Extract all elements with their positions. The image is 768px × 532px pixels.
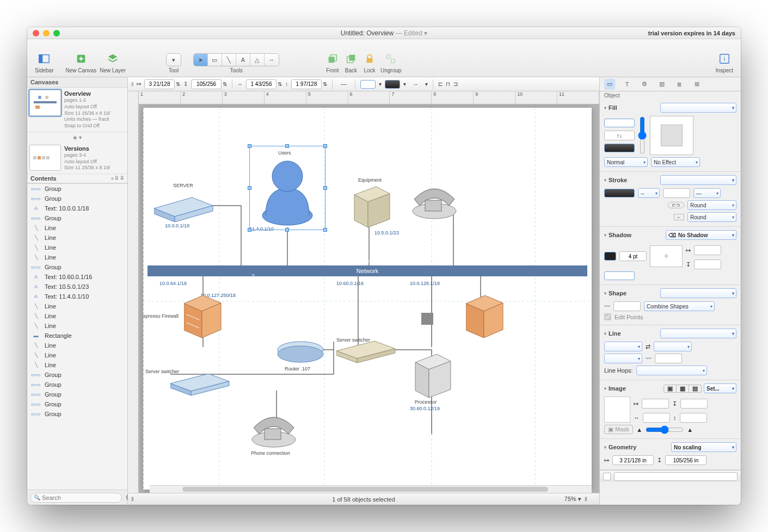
stroke-weight-select[interactable]: — — [693, 188, 721, 198]
zoom-icon[interactable] — [53, 30, 60, 36]
stroke-color-swatch[interactable] — [604, 189, 635, 197]
vertical-ruler[interactable] — [128, 91, 139, 493]
image-set-select[interactable]: Set... — [704, 383, 736, 393]
shadow-gradient-swatch[interactable] — [604, 271, 635, 280]
align-left-icon[interactable]: ⊏ — [438, 81, 443, 87]
image-well[interactable] — [604, 397, 630, 423]
server-icon[interactable] — [154, 192, 214, 224]
fill-slider[interactable] — [638, 116, 647, 154]
pen-tool-icon[interactable]: △ — [250, 54, 265, 66]
switcher-icon[interactable] — [336, 339, 396, 366]
object-tab-icon[interactable]: ▭ — [604, 79, 615, 90]
stroke-swatch-icon[interactable] — [385, 80, 400, 89]
sidebar-button[interactable]: Sidebar — [35, 51, 53, 73]
blend-mode-select[interactable]: Normal — [604, 157, 648, 167]
fill-swatch-icon[interactable] — [360, 80, 376, 89]
firewall-icon[interactable] — [184, 295, 222, 341]
stroke-width-input[interactable] — [663, 188, 690, 198]
contents-item[interactable]: ╲Line — [27, 321, 127, 331]
footer-input[interactable] — [614, 472, 738, 481]
img-xoff-input[interactable] — [642, 399, 669, 409]
image-mode-2-icon[interactable]: ▦ — [677, 385, 689, 392]
shadow-offset-pad[interactable]: + — [650, 245, 683, 267]
contents-item[interactable]: ╲Line — [27, 252, 127, 262]
canvas-item[interactable]: Versions pages 3-4 Auto-layout Off Size … — [27, 143, 127, 174]
stepper-icon[interactable]: ⇅ — [223, 81, 227, 87]
swap-colors-icon[interactable]: ↑↓ — [604, 131, 635, 140]
search-input[interactable] — [30, 493, 122, 503]
line-cap-select[interactable]: Round — [687, 200, 736, 210]
canvas-thumb[interactable] — [29, 90, 61, 116]
line-tool-icon[interactable]: ╲ — [222, 54, 236, 66]
canvas-area[interactable]: 1234567891011 — [128, 91, 599, 493]
title-dropdown-icon[interactable]: ▾ — [424, 29, 427, 37]
minimize-icon[interactable] — [43, 30, 50, 36]
fill1-swatch[interactable] — [604, 119, 635, 127]
contents-item[interactable]: ╲Line — [27, 243, 127, 252]
close-icon[interactable] — [33, 30, 39, 36]
rectangle-shape[interactable] — [421, 313, 433, 325]
canvas-item[interactable]: Overview pages 1-2 Auto-layout Off Size … — [27, 88, 127, 132]
contents-item[interactable]: ▭▭Group — [27, 399, 127, 409]
shadow-size-input[interactable] — [619, 251, 647, 261]
contents-view-icons[interactable]: ≡ ⠿ ⠿ — [111, 176, 124, 181]
contents-item[interactable]: ╲Line — [27, 311, 127, 321]
chevron-down-icon[interactable]: ▾ — [403, 81, 406, 87]
line-tail-select[interactable] — [604, 354, 642, 363]
stepper-icon[interactable]: ⇅ — [176, 81, 180, 87]
contents-item[interactable]: ▭▭Group — [27, 213, 127, 223]
text-tool-icon[interactable]: A — [236, 54, 250, 66]
canvas-page[interactable]: Network SERVER 10.0.0.1/18 Users 11.4.0.… — [143, 108, 592, 490]
contents-item[interactable]: AText: 10.60.0.1/16 — [27, 272, 127, 282]
chevron-down-icon[interactable]: ▾ — [379, 81, 382, 87]
phone-icon[interactable] — [410, 183, 462, 223]
firewall-icon[interactable] — [466, 295, 504, 341]
text-tab-icon[interactable]: T — [622, 79, 632, 90]
origin-icon[interactable]: ⦀ — [131, 496, 134, 503]
pos-y-input[interactable] — [191, 79, 222, 89]
gear-icon[interactable]: ⚙︎ — [639, 79, 650, 90]
fill-type-select[interactable] — [660, 103, 736, 113]
shadow-y-input[interactable] — [694, 259, 721, 269]
shape-param-input[interactable] — [613, 301, 641, 311]
contents-item[interactable]: ╲Line — [27, 301, 127, 311]
grid-tab-icon[interactable]: ⊞ — [691, 79, 702, 90]
img-w-input[interactable] — [643, 413, 670, 423]
line-join-select[interactable]: Round — [687, 212, 736, 222]
stepper-icon[interactable]: ⇅ — [323, 81, 327, 87]
swap-icon[interactable]: ⇄ — [646, 343, 650, 350]
tool-dropdown-icon[interactable]: ▾ — [167, 54, 181, 66]
mask-button[interactable]: ▣ Mask — [604, 425, 633, 434]
height-input[interactable] — [291, 79, 322, 89]
contents-item[interactable]: ╲Line — [27, 223, 127, 233]
inspect-button[interactable]: i Inspect — [716, 51, 733, 73]
contents-item[interactable]: ╲Line — [27, 341, 127, 350]
lock-button[interactable]: Lock — [362, 51, 377, 73]
new-canvas-button[interactable]: New Canvas — [65, 51, 96, 73]
width-input[interactable] — [246, 79, 277, 89]
contents-item[interactable]: ▭▭Group — [27, 409, 127, 419]
zoom-level[interactable]: 75% — [564, 496, 576, 502]
align-right-icon[interactable]: ⊐ — [453, 81, 458, 87]
ungroup-button[interactable]: Ungroup — [380, 51, 401, 73]
combine-shapes-select[interactable]: Combine Shapes — [644, 301, 715, 311]
bring-front-button[interactable]: Front — [325, 51, 340, 73]
shadow-mode-select[interactable]: ⌫No Shadow — [666, 230, 736, 240]
geo-x-input[interactable] — [612, 455, 654, 465]
contents-item[interactable]: ▭▭Group — [27, 262, 127, 272]
point-tool-icon[interactable]: ↔ — [265, 54, 279, 66]
contents-item[interactable]: ╲Line — [27, 233, 127, 243]
img-h-input[interactable] — [680, 413, 707, 423]
image-mode-1-icon[interactable]: ▣ — [664, 385, 677, 392]
shape-tool-icon[interactable]: ▭ — [208, 54, 222, 66]
opacity-slider[interactable] — [646, 425, 684, 434]
fill2-swatch[interactable] — [604, 144, 635, 152]
contents-item[interactable]: ▭▭Group — [27, 184, 127, 194]
contents-item[interactable]: ▬Rectangle — [27, 331, 127, 341]
layer-controls-icon[interactable]: ◈ ▾ — [27, 132, 127, 143]
contents-item[interactable]: AText: 11.4.0.1/10 — [27, 292, 127, 301]
stroke-style-select[interactable]: -- — [638, 188, 660, 198]
style-dash-icon[interactable]: –– — [337, 81, 350, 87]
contents-item[interactable]: ▭▭Group — [27, 370, 127, 380]
contents-item[interactable]: ╲Line — [27, 360, 127, 370]
